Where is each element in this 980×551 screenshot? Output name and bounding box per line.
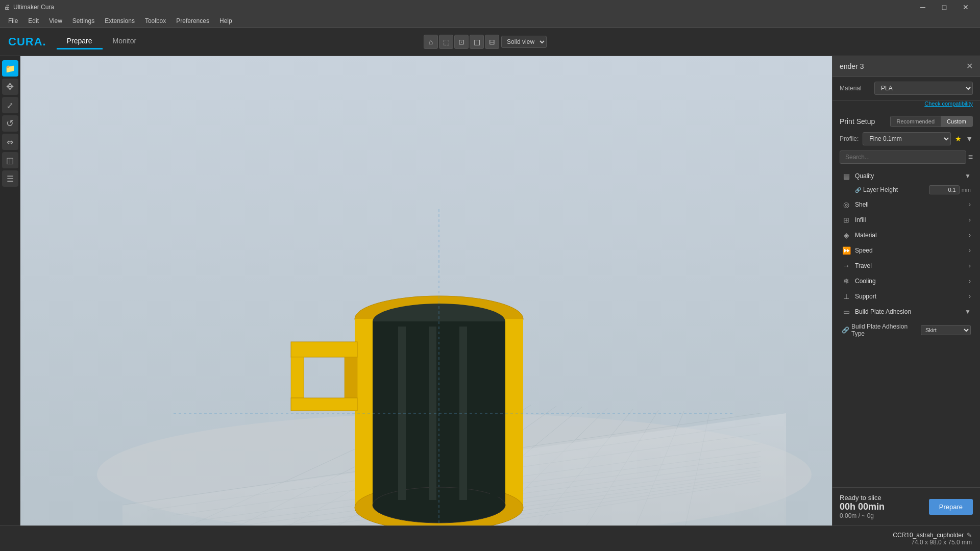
menu-file[interactable]: File	[4, 16, 22, 26]
viewport-svg	[20, 56, 832, 525]
support-section: ⊥ Support ›	[840, 289, 973, 304]
support-arrow-icon: ›	[969, 293, 971, 300]
material-label: Material	[840, 85, 870, 92]
minimize-button[interactable]: ─	[913, 0, 933, 14]
filter-icon[interactable]: ≡	[968, 153, 973, 162]
infill-icon: ⊞	[842, 216, 851, 224]
shell-section: ◎ Shell ›	[840, 197, 973, 212]
view-btn-perspective[interactable]: ⬚	[439, 35, 453, 49]
svg-rect-39	[291, 398, 357, 411]
view-btn-side[interactable]: ◫	[470, 35, 484, 49]
check-compatibility-link[interactable]: Check compatibility	[832, 101, 980, 111]
speed-icon: ⏩	[842, 246, 851, 255]
svg-rect-36	[291, 342, 357, 357]
layer-height-label: 🔗 Layer Height	[855, 186, 898, 193]
sidebar-icon-folder[interactable]: 📁	[2, 60, 18, 77]
shell-title: Shell	[855, 201, 869, 208]
sidebar-icon-move[interactable]: ✥	[2, 79, 18, 95]
right-panel: ender 3 ✕ Material PLA ABS PETG Check co…	[832, 56, 980, 525]
shell-arrow-icon: ›	[969, 201, 971, 208]
view-btn-ortho[interactable]: ⊡	[454, 35, 469, 49]
ready-section: Ready to slice 00h 00min 0.00m / ~ 0g	[840, 494, 885, 519]
weight-info: 0.00m / ~ 0g	[840, 512, 885, 519]
3d-viewport[interactable]	[20, 56, 832, 525]
support-section-title-row: ⊥ Support	[842, 292, 876, 300]
close-button[interactable]: ✕	[955, 0, 976, 14]
close-panel-button[interactable]: ✕	[966, 61, 973, 71]
profile-select[interactable]: Fine 0.1mm Normal 0.15mm Draft 0.2mm	[863, 132, 951, 145]
menu-view[interactable]: View	[45, 16, 66, 26]
speed-title: Speed	[855, 247, 873, 254]
profile-dropdown-icon[interactable]: ▼	[966, 135, 973, 143]
view-mode-select[interactable]: Solid view X-Ray Layers	[501, 36, 547, 48]
time-display: 00h 00min	[840, 502, 885, 512]
menu-edit[interactable]: Edit	[24, 16, 43, 26]
tab-custom[interactable]: Custom	[941, 116, 972, 127]
print-setup-title: Print Setup	[840, 117, 875, 126]
print-setup-section: Print Setup Recommended Custom Profile: …	[832, 111, 980, 345]
view-btn-home[interactable]: ⌂	[424, 35, 438, 49]
speed-section: ⏩ Speed ›	[840, 243, 973, 258]
sidebar-icon-scale[interactable]: ⤢	[2, 97, 18, 113]
shell-icon: ◎	[842, 201, 851, 209]
setup-tabs: Recommended Custom	[890, 116, 973, 127]
menu-preferences[interactable]: Preferences	[172, 16, 213, 26]
tab-prepare[interactable]: Prepare	[57, 34, 103, 49]
quality-icon: ▤	[842, 172, 851, 180]
printer-header: ender 3 ✕	[832, 56, 980, 77]
speed-section-header[interactable]: ⏩ Speed ›	[840, 243, 973, 258]
build-plate-type-label: 🔗 Build Plate Adhesion Type	[842, 323, 921, 337]
material-select[interactable]: PLA ABS PETG	[874, 82, 973, 95]
sidebar-icon-scene[interactable]: ☰	[2, 170, 18, 187]
menu-settings[interactable]: Settings	[68, 16, 99, 26]
prepare-button[interactable]: Prepare	[929, 499, 973, 515]
search-input[interactable]	[840, 151, 966, 164]
quality-section-title-row: ▤ Quality	[842, 172, 874, 180]
shell-section-header[interactable]: ◎ Shell ›	[840, 197, 973, 212]
window-controls: ─ □ ✕	[913, 0, 976, 14]
model-name: CCR10_astrah_cupholder	[893, 532, 964, 539]
view-btn-top[interactable]: ⊟	[485, 35, 499, 49]
menu-extensions[interactable]: Extensions	[101, 16, 139, 26]
maximize-button[interactable]: □	[934, 0, 954, 14]
support-section-header[interactable]: ⊥ Support ›	[840, 289, 973, 304]
material-section-icon: ◈	[842, 231, 851, 239]
ready-text: Ready to slice	[840, 494, 885, 502]
travel-section-header[interactable]: → Travel ›	[840, 259, 973, 273]
app-icon: 🖨	[4, 4, 10, 11]
sidebar-icon-support[interactable]: ◫	[2, 152, 18, 168]
menu-toolbox[interactable]: Toolbox	[141, 16, 170, 26]
toolbar-view-controls: ⌂ ⬚ ⊡ ◫ ⊟ Solid view X-Ray Layers	[424, 35, 547, 49]
layer-height-input[interactable]	[929, 185, 960, 194]
material-section-header[interactable]: ◈ Material ›	[840, 228, 973, 242]
tab-monitor[interactable]: Monitor	[103, 34, 147, 49]
sidebar-icon-mirror[interactable]: ⇔	[2, 134, 18, 150]
profile-star-icon[interactable]: ★	[955, 135, 962, 143]
infill-section-header[interactable]: ⊞ Infill ›	[840, 213, 973, 227]
travel-arrow-icon: ›	[969, 262, 971, 269]
logo: CURA.	[8, 35, 46, 48]
infill-section-title-row: ⊞ Infill	[842, 216, 866, 224]
build-plate-type-select[interactable]: Skirt Brim Raft None	[921, 325, 971, 335]
layer-height-value-row: mm	[929, 185, 971, 194]
top-toolbar: CURA. Prepare Monitor ⌂ ⬚ ⊡ ◫ ⊟ Solid vi…	[0, 28, 980, 56]
menu-help[interactable]: Help	[215, 16, 236, 26]
material-section-arrow-icon: ›	[969, 232, 971, 239]
tab-recommended[interactable]: Recommended	[891, 116, 941, 127]
edit-icon[interactable]: ✎	[967, 532, 972, 539]
sidebar-icon-rotate[interactable]: ↺	[2, 115, 18, 132]
action-row: Ready to slice 00h 00min 0.00m / ~ 0g Pr…	[832, 487, 980, 525]
left-sidebar: 📁 ✥ ⤢ ↺ ⇔ ◫ ☰	[0, 56, 20, 525]
cooling-section-title-row: ❄ Cooling	[842, 277, 876, 285]
layer-height-link-icon[interactable]: 🔗	[855, 187, 861, 193]
support-title: Support	[855, 293, 876, 300]
quality-section-header[interactable]: ▤ Quality ▼	[840, 169, 973, 183]
quality-section: ▤ Quality ▼ 🔗 Layer Height mm	[840, 169, 973, 196]
shell-section-title-row: ◎ Shell	[842, 201, 869, 209]
build-plate-section-header[interactable]: ▭ Build Plate Adhesion ▼	[840, 305, 973, 319]
title-text: 🖨 Ultimaker Cura	[4, 4, 54, 11]
speed-arrow-icon: ›	[969, 247, 971, 254]
cooling-section-header[interactable]: ❄ Cooling ›	[840, 274, 973, 288]
build-plate-type-link-icon[interactable]: 🔗	[842, 327, 849, 334]
material-section: ◈ Material ›	[840, 228, 973, 242]
